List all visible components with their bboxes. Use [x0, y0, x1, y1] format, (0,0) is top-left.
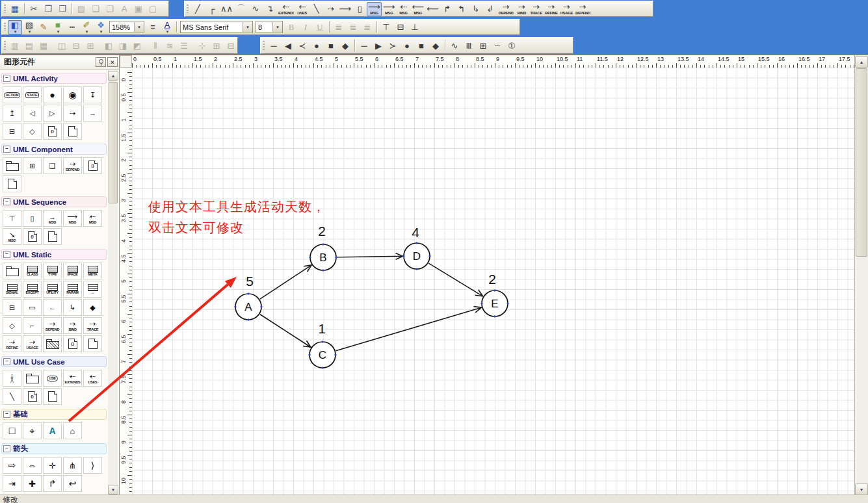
message-connector-1-button[interactable]: ⟶MSG: [367, 2, 382, 16]
code-note-shape[interactable]: {}: [83, 157, 102, 174]
message-return-shape[interactable]: ⇠MSG: [83, 210, 102, 227]
show-grid-button[interactable]: ⊞: [476, 38, 490, 53]
interface-shape[interactable]: I/FACE: [63, 263, 82, 279]
collapse-icon[interactable]: −: [3, 445, 10, 452]
line-shape[interactable]: ╲: [3, 388, 21, 405]
state-shape[interactable]: STATE: [23, 86, 42, 103]
make-same-width-button[interactable]: ◫: [55, 38, 69, 53]
arrow-tool-button[interactable]: ⟶: [338, 2, 353, 16]
arrow-left-tool-button[interactable]: ⟵: [425, 2, 440, 16]
line-start-arrow-button[interactable]: ◀: [281, 38, 295, 53]
utility-shape[interactable]: UTILITY: [43, 281, 62, 298]
composition-link-shape[interactable]: ◆: [83, 299, 102, 316]
u-turn-arrow-shape[interactable]: ↩: [63, 475, 82, 492]
text-tool-shape[interactable]: A: [43, 422, 62, 439]
toolbar-grip[interactable]: [187, 5, 189, 13]
item-rect-shape[interactable]: ▭: [23, 299, 42, 316]
save-button[interactable]: ▦: [8, 2, 22, 16]
initial-state-shape[interactable]: ●: [43, 86, 62, 103]
class-shape[interactable]: CLASS: [23, 263, 42, 279]
combo-dropdown-arrow[interactable]: ▾: [272, 22, 282, 32]
collapse-icon[interactable]: −: [3, 358, 10, 365]
section-header-uml-use-case[interactable]: −UML Use Case: [1, 356, 107, 367]
refine-shape[interactable]: ⇢REFINE: [3, 335, 21, 352]
node-label-C[interactable]: C: [319, 349, 326, 361]
final-state-shape[interactable]: ◉: [63, 86, 82, 103]
note-shape[interactable]: [43, 388, 62, 405]
corner-arrow-tool-button[interactable]: ↴: [263, 2, 277, 16]
three-way-arrow-shape[interactable]: ⋔: [63, 457, 82, 474]
callout-arrow-shape[interactable]: ⇥: [3, 475, 21, 492]
line-end-none-button[interactable]: ─: [357, 38, 371, 53]
font-combo[interactable]: MS Sans Serif▾: [180, 21, 253, 33]
usage-connector-button[interactable]: ⇢USAGE: [559, 2, 574, 16]
insert-image-button[interactable]: ▨: [74, 2, 88, 16]
group-button[interactable]: ▣: [131, 2, 146, 16]
send-to-back-button[interactable]: ❑: [103, 2, 117, 16]
line-color-button[interactable]: ✐: [79, 20, 94, 34]
arrowhead-B[interactable]: [304, 265, 311, 272]
canvas-vertical-scrollbar[interactable]: ▴ ▾: [854, 55, 868, 496]
extend-connector-button[interactable]: ⇠EXTEND!: [277, 2, 295, 16]
shape-style-button[interactable]: ❖: [94, 20, 108, 34]
weight-label[interactable]: 4: [412, 225, 419, 240]
dashed-arrow-tool-button[interactable]: ⇢: [324, 2, 338, 16]
underline-button[interactable]: U: [313, 20, 327, 34]
space-down-button[interactable]: ≋: [163, 38, 177, 53]
elbow-connector-2-button[interactable]: ↰: [454, 2, 469, 16]
paste-button[interactable]: ❒: [55, 2, 70, 16]
edge-B-D[interactable]: [337, 256, 402, 257]
message-shape[interactable]: →MSG: [43, 210, 62, 227]
collapse-icon[interactable]: −: [3, 146, 10, 153]
close-panel-button[interactable]: ×: [107, 57, 118, 67]
activation-shape[interactable]: ▯: [23, 210, 42, 227]
node-label-A[interactable]: A: [244, 301, 252, 313]
node-shape[interactable]: ❑: [43, 157, 62, 174]
make-same-height-button[interactable]: ⊟: [69, 38, 83, 53]
dash-style-button[interactable]: ┄: [490, 38, 505, 53]
elbow-line-shape[interactable]: ⌐: [23, 317, 42, 334]
line-start-circle-button[interactable]: ●: [309, 38, 324, 53]
section-header-uml-static[interactable]: −UML Static: [1, 249, 107, 260]
scroll-down-button[interactable]: ▾: [108, 485, 118, 495]
weight-label[interactable]: 2: [488, 272, 496, 287]
increase-spacing-button[interactable]: ⊞: [209, 38, 224, 53]
depend-shape[interactable]: ⇢DEPEND: [63, 157, 82, 174]
line-pattern-button[interactable]: ┅: [65, 20, 79, 34]
section-header-uml-component[interactable]: −UML Component: [1, 144, 107, 155]
collapse-icon[interactable]: −: [3, 75, 10, 82]
code-note-shape[interactable]: {}: [43, 123, 62, 140]
combo-dropdown-arrow[interactable]: ▾: [243, 22, 252, 32]
block-arrow-right-shape[interactable]: ⇨: [3, 457, 21, 474]
edge-C-E[interactable]: [336, 307, 482, 351]
exception-shape[interactable]: EXCEPT: [23, 281, 42, 298]
scroll-thumb[interactable]: [856, 68, 867, 257]
toolbar-grip[interactable]: [263, 41, 265, 50]
align-right-button[interactable]: ≣: [360, 20, 375, 34]
grow-shape-button[interactable]: ⊹: [195, 38, 209, 53]
code-note-shape[interactable]: {}: [63, 335, 82, 352]
scroll-up-button[interactable]: ▴: [855, 56, 868, 68]
copy-button[interactable]: ❐: [41, 2, 55, 16]
center-horizontal-button[interactable]: ◧: [101, 38, 116, 53]
join-shape[interactable]: ↥: [3, 105, 21, 122]
trace-connector-button[interactable]: ⇢TRACE: [529, 2, 544, 16]
edge-A-C[interactable]: [260, 315, 311, 348]
elbow-arrow-shape[interactable]: ↳: [63, 299, 82, 316]
four-way-arrow-shape[interactable]: ✛: [43, 457, 62, 474]
use-case-shape[interactable]: USE: [43, 370, 62, 387]
action-shape[interactable]: ACTION: [3, 86, 21, 103]
arrowhead-E[interactable]: [475, 290, 483, 296]
zigzag-line-tool-button[interactable]: ∧∧: [219, 2, 234, 16]
decrease-spacing-button[interactable]: ⊟: [224, 38, 238, 53]
depend-connector-2-button[interactable]: ⇢DEPEND: [574, 2, 592, 16]
scroll-down-button[interactable]: ▾: [855, 484, 868, 495]
decision-shape[interactable]: ◇: [23, 123, 42, 140]
object-lifeline-shape[interactable]: ⊤: [3, 210, 21, 227]
line-start-none-button[interactable]: ─: [267, 38, 281, 53]
elbow-connector-1-button[interactable]: ↱: [440, 2, 454, 16]
elbow-connector-4-button[interactable]: ↲: [483, 2, 497, 16]
aggregation-link-shape[interactable]: ◇: [3, 317, 21, 334]
size-combo[interactable]: 8▾: [256, 21, 283, 33]
message-connector-2-button[interactable]: ⟶MSG: [382, 2, 397, 16]
